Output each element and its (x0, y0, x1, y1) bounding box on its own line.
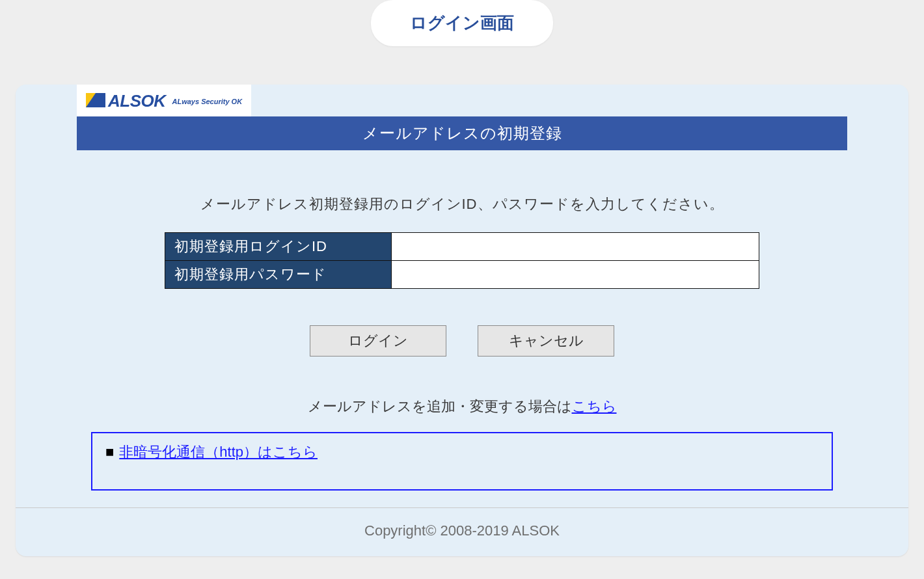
login-id-label: 初期登録用ログインID (165, 233, 392, 261)
http-notice-box: ■非暗号化通信（http）はこちら (91, 432, 833, 491)
alsok-logo-tagline: ALways Security OK (172, 98, 243, 105)
instruction-text: メールアドレス初期登録用のログインID、パスワードを入力してください。 (16, 195, 908, 214)
change-email-note: メールアドレスを追加・変更する場合はこちら (16, 397, 908, 416)
password-input[interactable] (392, 263, 759, 286)
tab-login-screen[interactable]: ログイン画面 (371, 0, 553, 46)
password-label: 初期登録用パスワード (165, 261, 392, 289)
footer-copyright: Copyright© 2008-2019 ALSOK (16, 507, 908, 556)
login-card: ALSOK ALways Security OK メールアドレスの初期登録 メー… (16, 85, 908, 556)
alsok-logo-text: ALSOK (108, 91, 166, 111)
login-form-table: 初期登録用ログインID 初期登録用パスワード (165, 232, 759, 289)
logo-strip: ALSOK ALways Security OK (16, 85, 908, 116)
change-email-text: メールアドレスを追加・変更する場合は (308, 398, 572, 414)
http-link[interactable]: 非暗号化通信（http）はこちら (119, 444, 318, 460)
cancel-button[interactable]: キャンセル (478, 325, 614, 357)
alsok-logo: ALSOK ALways Security OK (77, 85, 251, 116)
square-bullet-icon: ■ (105, 444, 114, 460)
login-button[interactable]: ログイン (310, 325, 446, 357)
login-id-input[interactable] (392, 236, 759, 258)
alsok-logo-icon (86, 93, 105, 110)
page-title-banner: メールアドレスの初期登録 (77, 116, 847, 150)
change-email-link[interactable]: こちら (572, 398, 617, 414)
